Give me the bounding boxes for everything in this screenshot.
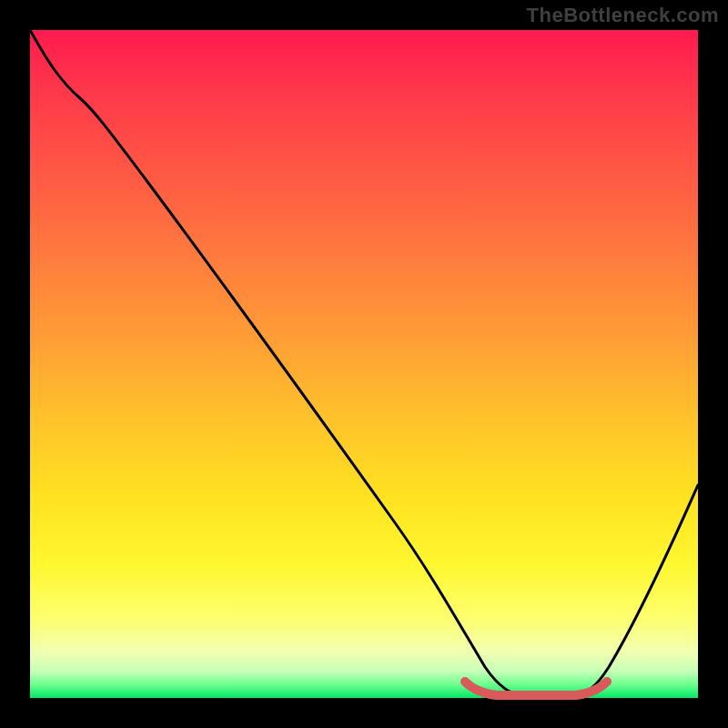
chart-frame: TheBottleneck.com	[0, 0, 728, 728]
bottleneck-gradient-plot	[30, 30, 698, 698]
bottleneck-curve-path	[30, 30, 698, 698]
watermark-text: TheBottleneck.com	[527, 4, 719, 27]
bottleneck-curve-svg	[30, 30, 698, 698]
optimal-range-marker-path	[465, 682, 607, 695]
